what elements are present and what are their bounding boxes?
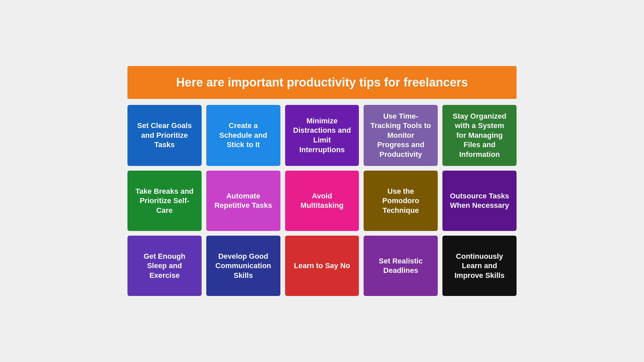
tip-tile-8: Avoid Multitasking xyxy=(285,171,359,231)
tip-tile-11: Get Enough Sleep and Exercise xyxy=(127,236,202,296)
tip-tile-1: Set Clear Goals and Prioritize Tasks xyxy=(127,105,202,166)
tip-tile-13: Learn to Say No xyxy=(285,236,359,296)
tip-tile-9: Use the Pomodoro Technique xyxy=(364,171,438,231)
tip-tile-6: Take Breaks and Prioritize Self-Care xyxy=(127,171,202,231)
tips-grid: Set Clear Goals and Prioritize TasksCrea… xyxy=(127,105,517,296)
main-container: Here are important productivity tips for… xyxy=(127,66,517,296)
tip-tile-12: Develop Good Communication Skills xyxy=(206,236,280,296)
header-banner: Here are important productivity tips for… xyxy=(127,66,517,99)
tip-tile-15: Continuously Learn and Improve Skills xyxy=(442,236,517,296)
tip-tile-2: Create a Schedule and Stick to It xyxy=(206,105,280,166)
tip-tile-4: Use Time-Tracking Tools to Monitor Progr… xyxy=(364,105,438,166)
tip-tile-10: Outsource Tasks When Necessary xyxy=(442,171,517,231)
tip-tile-5: Stay Organized with a System for Managin… xyxy=(442,105,517,166)
tip-tile-14: Set Realistic Deadlines xyxy=(364,236,438,296)
header-title: Here are important productivity tips for… xyxy=(141,75,503,89)
tip-tile-7: Automate Repetitive Tasks xyxy=(206,171,280,231)
tip-tile-3: Minimize Distractions and Limit Interrup… xyxy=(285,105,359,166)
